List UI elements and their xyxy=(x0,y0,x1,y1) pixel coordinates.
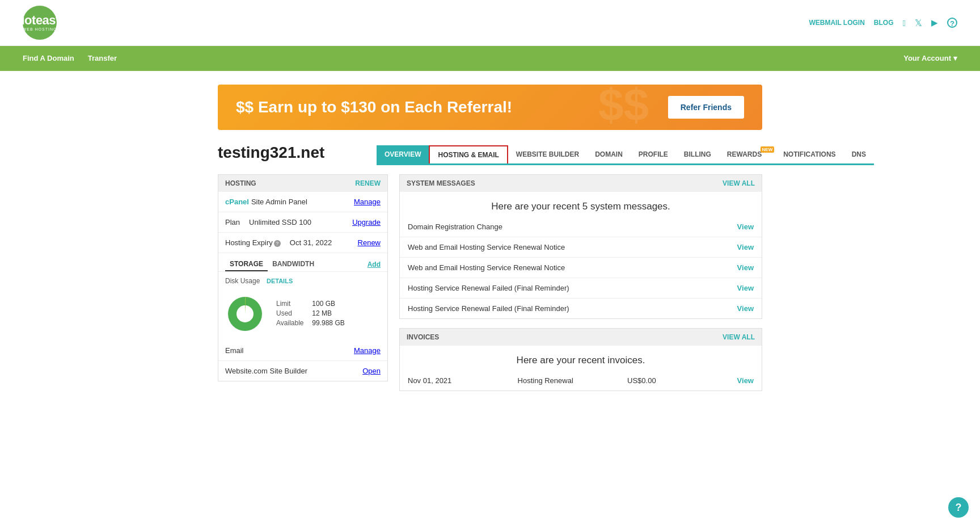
msg-text-4: Hosting Service Renewal Failed (Final Re… xyxy=(408,284,569,292)
invoice-amount-1: US$0.00 xyxy=(627,376,737,385)
invoice-view-1[interactable]: View xyxy=(737,376,754,385)
website-builder-row: Website.com Site Builder Open xyxy=(218,361,387,381)
msg-view-4[interactable]: View xyxy=(737,284,754,292)
disk-limit: Limit 100 GB xyxy=(276,300,345,308)
chevron-down-icon: ▾ xyxy=(953,46,957,71)
plan-label: Plan xyxy=(225,218,240,226)
youtube-icon[interactable]: ▶ xyxy=(931,18,938,28)
email-label: Email xyxy=(225,346,244,355)
msg-row-4: Hosting Service Renewal Failed (Final Re… xyxy=(400,278,762,299)
bandwidth-tab[interactable]: BANDWIDTH xyxy=(268,258,319,271)
logo-text: doteasy xyxy=(17,14,62,27)
your-account-link[interactable]: Your Account ▾ xyxy=(903,46,957,71)
tab-website-builder[interactable]: WEBSITE BUILDER xyxy=(508,145,587,163)
tab-bar: OVERVIEW HOSTING & EMAIL WEBSITE BUILDER… xyxy=(377,145,874,165)
green-nav-left: Find A Domain Transfer xyxy=(23,46,117,71)
blog-link[interactable]: BLOG xyxy=(874,19,894,27)
email-manage-link[interactable]: Manage xyxy=(354,346,381,355)
facebook-icon[interactable]:  xyxy=(903,18,906,28)
invoice-desc-1: Hosting Renewal xyxy=(518,376,628,385)
msg-row-2: Web and Email Hosting Service Renewal No… xyxy=(400,237,762,258)
hosting-expiry-row: Hosting Expiry? Oct 31, 2022 Renew xyxy=(218,233,387,253)
email-row: Email Manage xyxy=(218,341,387,361)
help-icon[interactable]: ? xyxy=(947,18,957,28)
msg-row-5: Hosting Service Renewal Failed (Final Re… xyxy=(400,299,762,318)
expiry-question-icon[interactable]: ? xyxy=(274,240,281,247)
logo-sub: WEB HOSTING xyxy=(17,27,62,32)
disk-used: Used 12 MB xyxy=(276,309,345,317)
hosting-expiry-value: Oct 31, 2022 xyxy=(290,238,358,247)
storage-tab[interactable]: STORAGE xyxy=(225,258,268,271)
banner-bg: $$ xyxy=(598,85,649,130)
msg-row-3: Web and Email Hosting Service Renewal No… xyxy=(400,258,762,278)
tab-billing[interactable]: BILLING xyxy=(676,145,719,163)
banner-text: $$ Earn up to $130 on Each Referral! xyxy=(236,98,512,116)
hosting-header: HOSTING RENEW xyxy=(218,175,387,192)
top-nav: WEBMAIL LOGIN BLOG  𝕏 ▶ ? xyxy=(809,18,957,28)
cpanel-row: cPanel Site Admin Panel Manage xyxy=(218,192,387,212)
green-nav-right: Your Account ▾ xyxy=(903,46,957,71)
system-messages-section: SYSTEM MESSAGES VIEW ALL Here are your r… xyxy=(399,174,762,319)
disk-available: Available 99.988 GB xyxy=(276,319,345,327)
tab-dns[interactable]: DNS xyxy=(844,145,874,163)
msg-view-3[interactable]: View xyxy=(737,263,754,272)
disk-usage-label: Disk Usage xyxy=(225,277,260,285)
msg-row-1: Domain Registration Change View xyxy=(400,217,762,237)
left-panel: HOSTING RENEW cPanel Site Admin Panel Ma… xyxy=(218,174,388,400)
msg-text-5: Hosting Service Renewal Failed (Final Re… xyxy=(408,304,569,313)
hosting-expiry-label: Hosting Expiry? xyxy=(225,238,281,247)
tab-profile[interactable]: PROFILE xyxy=(631,145,676,163)
system-messages-list: Domain Registration Change View Web and … xyxy=(400,217,762,318)
tab-hosting-email[interactable]: HOSTING & EMAIL xyxy=(429,145,508,163)
invoices-label: INVOICES xyxy=(407,333,439,341)
disk-chart xyxy=(225,294,265,334)
tab-notifications[interactable]: NOTIFICATIONS xyxy=(775,145,843,163)
invoice-date-1: Nov 01, 2021 xyxy=(408,376,518,385)
invoices-view-all[interactable]: VIEW ALL xyxy=(723,333,755,341)
cpanel-manage-link[interactable]: Manage xyxy=(354,198,381,206)
refer-friends-button[interactable]: Refer Friends xyxy=(668,96,744,119)
hosting-expiry-renew-link[interactable]: Renew xyxy=(358,238,381,247)
system-messages-label: SYSTEM MESSAGES xyxy=(407,179,475,187)
plan-upgrade-link[interactable]: Upgrade xyxy=(352,218,381,226)
webmail-login-link[interactable]: WEBMAIL LOGIN xyxy=(809,19,864,27)
details-link[interactable]: DETAILS xyxy=(267,278,293,284)
twitter-icon[interactable]: 𝕏 xyxy=(915,18,922,28)
invoice-row-1: Nov 01, 2021 Hosting Renewal US$0.00 Vie… xyxy=(400,371,762,391)
domain-tabs-area: testing321.net OVERVIEW HOSTING & EMAIL … xyxy=(218,144,762,165)
msg-text-3: Web and Email Hosting Service Renewal No… xyxy=(408,263,565,272)
msg-text-2: Web and Email Hosting Service Renewal No… xyxy=(408,243,565,251)
hosting-renew-link[interactable]: RENEW xyxy=(355,179,381,187)
invoices-header: INVOICES VIEW ALL xyxy=(400,329,762,346)
tab-overview[interactable]: OVERVIEW xyxy=(377,145,429,163)
msg-view-2[interactable]: View xyxy=(737,243,754,251)
msg-view-5[interactable]: View xyxy=(737,304,754,313)
system-messages-intro: Here are your recent 5 system messages. xyxy=(400,192,762,217)
right-panel: SYSTEM MESSAGES VIEW ALL Here are your r… xyxy=(399,174,762,400)
disk-stats: Limit 100 GB Used 12 MB Available 99.988… xyxy=(276,300,345,329)
transfer-link[interactable]: Transfer xyxy=(88,46,117,71)
rewards-new-badge: NEW xyxy=(761,146,775,153)
referral-banner: $$ $$ Earn up to $130 on Each Referral! … xyxy=(218,85,762,130)
website-builder-label: Website.com Site Builder xyxy=(225,367,307,375)
disk-usage-label-row: Disk Usage DETAILS xyxy=(218,272,387,287)
hosting-label: HOSTING xyxy=(225,179,256,187)
cpanel-label: cPanel xyxy=(225,198,249,206)
domain-title: testing321.net xyxy=(218,144,365,165)
green-nav: Find A Domain Transfer Your Account ▾ xyxy=(0,46,980,71)
disk-usage-area: Limit 100 GB Used 12 MB Available 99.988… xyxy=(218,287,387,341)
cpanel-site-admin-label: Site Admin Panel xyxy=(251,198,354,206)
hosting-section: HOSTING RENEW cPanel Site Admin Panel Ma… xyxy=(218,174,388,381)
logo-circle: doteasy WEB HOSTING xyxy=(23,6,57,40)
top-bar: doteasy WEB HOSTING WEBMAIL LOGIN BLOG … xyxy=(0,0,980,46)
website-builder-open-link[interactable]: Open xyxy=(362,367,381,375)
system-messages-header: SYSTEM MESSAGES VIEW ALL xyxy=(400,175,762,192)
plan-row: Plan Unlimited SSD 100 Upgrade xyxy=(218,212,387,233)
storage-add-link[interactable]: Add xyxy=(368,261,381,268)
plan-value: Unlimited SSD 100 xyxy=(249,218,352,226)
tab-rewards[interactable]: REWARDS NEW xyxy=(719,145,775,163)
find-domain-link[interactable]: Find A Domain xyxy=(23,46,74,71)
system-messages-view-all[interactable]: VIEW ALL xyxy=(723,179,755,187)
tab-domain[interactable]: DOMAIN xyxy=(587,145,631,163)
msg-view-1[interactable]: View xyxy=(737,222,754,231)
